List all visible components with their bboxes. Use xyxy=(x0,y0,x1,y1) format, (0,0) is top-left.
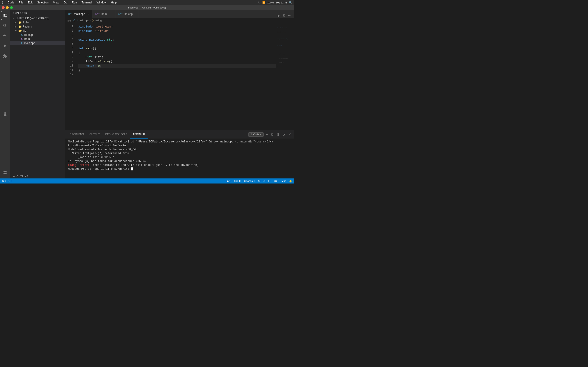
col-number: Col 14 xyxy=(234,180,242,182)
breadcrumb-sep2: › xyxy=(90,19,91,22)
aulas-folder-icon: 📁 xyxy=(18,21,22,24)
code-line-10: return 0; xyxy=(78,64,276,68)
menu-window[interactable]: Window xyxy=(95,1,107,4)
tab-output[interactable]: OUTPUT xyxy=(86,131,103,139)
error-count: 0 xyxy=(5,180,6,182)
sidebar-item-lifeh[interactable]: C life.h xyxy=(10,37,65,41)
split-terminal-button[interactable]: ⧉ xyxy=(270,132,274,137)
terminal-dropdown[interactable]: 2: Code ▾ xyxy=(248,132,264,137)
title-bar: main.cpp — Untitled (Workspace) xyxy=(0,5,294,10)
split-editor-button[interactable]: ⧉ xyxy=(282,13,286,18)
tab-actions: ▶ ⧉ ⋯ xyxy=(277,13,294,18)
window-title: main.cpp — Untitled (Workspace) xyxy=(128,6,166,9)
code-line-5 xyxy=(78,42,276,46)
error-icon: ⊗ xyxy=(2,180,4,183)
menu-bar:  Code File Edit Selection View Go Run T… xyxy=(0,0,294,5)
breadcrumb-life[interactable]: life xyxy=(68,19,71,22)
warning-icon: ⚠ xyxy=(8,180,10,183)
workspace-label: UNTITLED (WORKSPACE) xyxy=(16,17,49,20)
menu-file[interactable]: File xyxy=(18,1,24,4)
status-platform[interactable]: Mac xyxy=(281,180,286,182)
tab-lifecpp-label: life.cpp xyxy=(124,12,133,16)
status-spaces[interactable]: Spaces: 4 xyxy=(244,180,255,182)
more-actions-button[interactable]: ⋯ xyxy=(287,13,292,18)
status-notifications[interactable]: 🔔 xyxy=(289,180,292,183)
status-eol[interactable]: LF xyxy=(268,180,271,182)
tab-maincpp-close[interactable]: ✕ xyxy=(87,13,89,15)
tab-terminal[interactable]: TERMINAL xyxy=(130,131,148,139)
tab-maincpp-icon: C⁺⁺ xyxy=(68,13,73,16)
tab-lifeh-label: life.h xyxy=(101,12,107,16)
menu-run[interactable]: Run xyxy=(71,1,78,4)
terminal-panel: PROBLEMS OUTPUT DEBUG CONSOLE TERMINAL 2… xyxy=(65,130,294,178)
tab-lifeh[interactable]: C⁺⁺ life.h xyxy=(92,10,115,18)
tab-problems[interactable]: PROBLEMS xyxy=(67,131,86,139)
apple-menu[interactable]:  xyxy=(2,1,3,4)
tab-maincpp[interactable]: C⁺⁺ main.cpp ✕ xyxy=(65,10,92,18)
new-terminal-button[interactable]: + xyxy=(265,132,269,137)
sidebar-header: EXPLORER xyxy=(10,10,65,16)
status-encoding[interactable]: UTF-8 xyxy=(258,180,265,182)
status-language[interactable]: C++ xyxy=(274,180,279,182)
menu-right: 🛡 📶 100% Seg 21:33 🔍 xyxy=(258,1,292,4)
aulas-label: Aulas xyxy=(23,21,30,24)
tab-debug-console[interactable]: DEBUG CONSOLE xyxy=(103,131,130,139)
menu-terminal[interactable]: Terminal xyxy=(81,1,93,4)
minimize-button[interactable] xyxy=(6,6,9,9)
activity-run[interactable] xyxy=(1,42,9,50)
activity-bar xyxy=(0,10,10,178)
terminal-line-3: "Life::tryAgain()", referenced from: xyxy=(68,152,291,156)
activity-extensions[interactable] xyxy=(1,52,9,60)
tab-lifeh-icon: C⁺⁺ xyxy=(95,12,100,15)
status-left: ⊗ 0 ⚠ 0 xyxy=(2,180,12,183)
panel-close-button[interactable]: ✕ xyxy=(288,132,292,137)
code-line-12 xyxy=(78,73,276,77)
aulas-chevron: ▶ xyxy=(15,21,17,24)
menu-edit[interactable]: Edit xyxy=(27,1,34,4)
close-button[interactable] xyxy=(2,6,5,9)
menu-selection[interactable]: Selection xyxy=(36,1,49,4)
activity-search[interactable] xyxy=(1,22,9,30)
status-errors[interactable]: ⊗ 0 xyxy=(2,180,6,183)
terminal-line-2: Undefined symbols for architecture x86_6… xyxy=(68,148,291,152)
maincpp-icon: C xyxy=(21,42,23,45)
sidebar-item-fuctura[interactable]: ▶ 📁 Fuctura xyxy=(10,25,65,29)
menu-battery: 100% xyxy=(267,1,274,4)
panel-collapse-button[interactable]: ∧ xyxy=(282,132,286,137)
activity-explorer[interactable] xyxy=(1,11,9,20)
lifeh-label: life.h xyxy=(24,37,30,41)
sidebar-item-maincpp[interactable]: C main.cpp xyxy=(10,41,65,45)
life-label: life xyxy=(23,29,26,32)
panel-actions: 2: Code ▾ + ⧉ 🗑 ∧ ✕ xyxy=(248,132,292,137)
code-line-7: { xyxy=(78,51,276,55)
activity-flask[interactable] xyxy=(1,110,9,118)
warning-count: 0 xyxy=(11,180,12,182)
fuctura-chevron: ▶ xyxy=(15,25,17,28)
code-line-11: } xyxy=(78,68,276,73)
sidebar-workspace[interactable]: ▼ UNTITLED (WORKSPACE) xyxy=(10,16,65,20)
menu-code[interactable]: Code xyxy=(7,1,15,4)
sidebar-item-lifecpp[interactable]: C life.cpp xyxy=(10,33,65,37)
menu-search-icon[interactable]: 🔍 xyxy=(289,1,292,4)
delete-terminal-button[interactable]: 🗑 xyxy=(276,132,281,137)
outline-chevron: ▶ xyxy=(13,175,16,177)
menu-go[interactable]: Go xyxy=(63,1,68,4)
menu-view[interactable]: View xyxy=(52,1,60,4)
code-content[interactable]: #include <iostream> #include "life.h" us… xyxy=(76,23,276,130)
breadcrumb-mainfn[interactable]: ⬡ main() xyxy=(92,19,102,22)
editor-main: 1 2 3 4 5 6 7 8 9 10 11 12 #include <ios… xyxy=(65,23,294,130)
outline-section[interactable]: ▶ OUTLINE xyxy=(10,174,65,178)
activity-settings[interactable] xyxy=(1,168,9,177)
maximize-button[interactable] xyxy=(10,6,13,9)
code-editor[interactable]: 1 2 3 4 5 6 7 8 9 10 11 12 #include <ios… xyxy=(65,23,276,130)
menu-help[interactable]: Help xyxy=(110,1,118,4)
terminal-content[interactable]: MacBook-Pro-de-Rogerio:life DJMatrix$ cd… xyxy=(65,139,294,178)
run-button[interactable]: ▶ xyxy=(277,13,281,18)
breadcrumb-maincpp[interactable]: C⁺⁺ main.cpp xyxy=(73,19,89,22)
status-position[interactable]: Ln 10, Col 14 xyxy=(226,180,242,182)
tab-lifecpp[interactable]: C⁺⁺ life.cpp xyxy=(115,10,138,18)
status-warnings[interactable]: ⚠ 0 xyxy=(8,180,12,183)
activity-source-control[interactable] xyxy=(1,32,9,40)
sidebar-item-life[interactable]: ▼ 📂 life xyxy=(10,29,65,33)
sidebar-item-aulas[interactable]: ▶ 📁 Aulas xyxy=(10,20,65,25)
